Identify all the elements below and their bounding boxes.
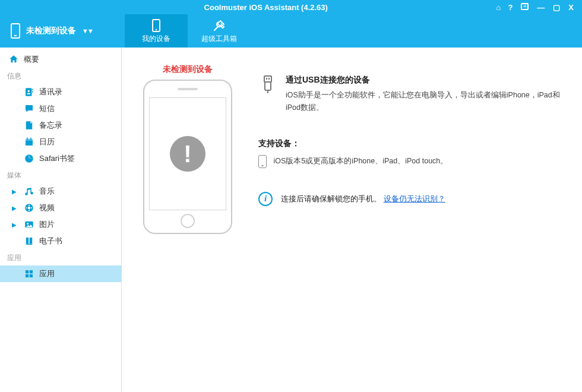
sidebar-item-music[interactable]: ▶ 音乐 [0,183,121,200]
svg-rect-21 [30,270,33,273]
sidebar: 概要 信息 通讯录 短信 备忘录 日历 Safari书签 媒体 ▶ 音乐 [0,48,122,392]
tabs: 我的设备 超级工具箱 [125,14,251,48]
sidebar-item-label: 备忘录 [39,120,62,131]
group-header-info: 信息 [0,68,121,84]
sidebar-item-label: 音乐 [39,186,55,197]
not-detected-label: 未检测到设备 [137,64,238,75]
maximize-button[interactable]: ▢ [553,3,560,12]
group-header-apps: 应用 [0,249,121,265]
sidebar-item-video[interactable]: ▶ 视频 [0,200,121,216]
svg-rect-22 [26,274,29,277]
info-icon: i [258,192,273,206]
sidebar-item-label: Safari书签 [39,153,75,164]
calendar-icon [24,137,34,147]
close-button[interactable]: X [568,3,574,12]
expand-icon[interactable]: ▶ [12,188,17,195]
svg-rect-8 [27,138,28,140]
sidebar-item-ebooks[interactable]: 电子书 [0,233,121,249]
group-header-media: 媒体 [0,167,121,183]
svg-rect-9 [30,138,31,140]
svg-rect-25 [266,78,267,80]
sidebar-item-calendar[interactable]: 日历 [0,134,121,150]
video-icon [24,203,34,213]
chat-icon [24,103,34,114]
svg-rect-20 [26,270,29,273]
svg-point-15 [26,207,27,208]
exclamation-icon: ! [170,136,205,172]
apps-icon [24,268,34,279]
home-icon[interactable]: ⌂ [496,3,501,12]
tools-icon [212,18,226,33]
header: 未检测到设备 ▼▼ 我的设备 超级工具箱 [0,14,582,48]
svg-point-16 [31,207,32,208]
phone-illustration: 未检测到设备 ! [137,64,238,234]
usb-desc: iOS助手是一个全功能软件，它能让您在电脑导入，导出或者编辑iPhone，iPa… [286,89,567,115]
expand-icon[interactable]: ▶ [12,205,17,211]
usb-icon [258,75,277,94]
svg-point-12 [28,207,31,210]
device-icon [11,23,20,39]
home-icon [8,54,19,65]
contacts-icon [24,87,34,97]
phone-frame-icon: ! [143,80,232,234]
usb-title: 通过USB连接您的设备 [286,75,567,86]
tab-toolkit-label: 超级工具箱 [201,34,237,44]
book-icon [24,236,34,246]
sidebar-item-sms[interactable]: 短信 [0,100,121,117]
safari-icon [24,153,34,164]
note-icon [24,120,34,131]
sidebar-item-photos[interactable]: ▶ 图片 [0,216,121,233]
sidebar-item-apps[interactable]: 应用 [0,265,121,282]
chevron-down-icon: ▼▼ [82,27,93,34]
phone-icon [149,18,163,33]
main-panel: 未检测到设备 ! 通过USB连接您的设备 iOS助手是一个全功能软件，它能让您在… [122,48,582,392]
svg-rect-19 [26,244,33,245]
sidebar-item-overview[interactable]: 概要 [0,51,121,68]
expand-icon[interactable]: ▶ [12,222,17,228]
image-icon [24,219,34,230]
tab-my-device-label: 我的设备 [142,34,170,44]
sidebar-item-notes[interactable]: 备忘录 [0,117,121,134]
music-icon [24,186,34,197]
tab-toolkit[interactable]: 超级工具箱 [188,14,251,48]
app-title: Coolmuster iOS Assistant (4.2.63) [36,3,496,12]
feedback-icon[interactable]: ≡ [521,3,529,10]
sidebar-item-contacts[interactable]: 通讯录 [0,84,121,100]
sidebar-item-label: 通讯录 [39,87,62,97]
device-small-icon [258,155,267,168]
sidebar-item-label: 短信 [39,103,55,114]
support-title: 支持设备： [258,138,567,149]
svg-point-5 [28,90,30,92]
sidebar-item-label: 视频 [39,203,55,213]
svg-point-1 [156,29,157,30]
sidebar-item-safari[interactable]: Safari书签 [0,150,121,167]
sidebar-item-label: 图片 [39,219,55,230]
device-chooser[interactable]: 未检测到设备 ▼▼ [0,14,125,48]
svg-rect-26 [268,78,270,80]
svg-rect-24 [264,76,271,82]
support-line: iOS版本5或更高版本的iPhone、iPad、iPod touch。 [273,157,448,165]
minimize-button[interactable]: — [537,3,545,12]
tab-my-device[interactable]: 我的设备 [125,14,188,48]
svg-rect-4 [32,91,33,93]
sidebar-item-label: 概要 [24,54,39,65]
sidebar-item-label: 应用 [39,268,55,279]
svg-rect-7 [26,139,33,141]
tip-text: 连接后请确保解锁您的手机。 [281,194,381,203]
svg-rect-23 [30,274,33,277]
sidebar-item-label: 电子书 [39,236,62,246]
help-icon[interactable]: ? [508,3,513,12]
svg-point-18 [27,223,29,225]
svg-point-13 [29,205,30,206]
titlebar: Coolmuster iOS Assistant (4.2.63) ⌂ ? ≡ … [0,0,582,14]
svg-rect-27 [265,82,271,90]
svg-point-14 [29,210,30,211]
tip-link[interactable]: 设备仍无法识别？ [384,194,445,203]
svg-rect-3 [32,89,33,90]
sidebar-item-label: 日历 [39,137,55,147]
device-status-label: 未检测到设备 [26,26,76,36]
